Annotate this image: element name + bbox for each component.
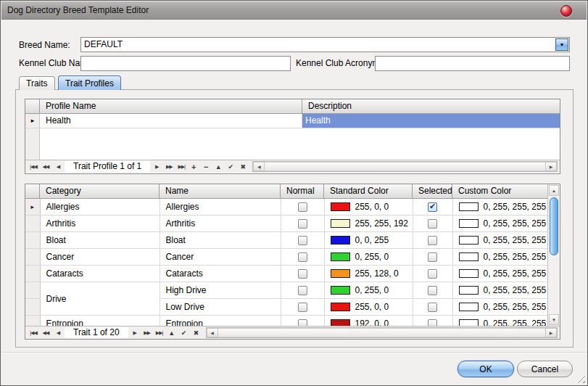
normal-checkbox[interactable] (298, 252, 307, 262)
kennel-club-name-input[interactable] (80, 56, 291, 71)
ok-button[interactable]: OK (457, 361, 514, 377)
cell-normal[interactable] (281, 282, 324, 299)
cancel-button[interactable]: Cancel (517, 361, 573, 377)
cell-standard-color[interactable]: 0, 255, 0 (324, 282, 413, 299)
cell-custom-color[interactable]: 0, 255, 255, 255 (452, 299, 549, 316)
cell-category[interactable]: Entropion (40, 316, 160, 327)
cell-name[interactable]: Low Drive (160, 299, 281, 316)
selected-checkbox[interactable] (428, 202, 437, 212)
cell-selected[interactable] (413, 299, 452, 316)
resize-grip-icon[interactable] (576, 374, 585, 383)
nav-prev-icon-0[interactable]: |◀◀ (28, 328, 39, 338)
color-swatch[interactable] (331, 236, 350, 245)
cell-name[interactable]: Cataracts (160, 266, 281, 282)
cell-category[interactable]: Cataracts (40, 266, 160, 282)
scrollbar-thumb[interactable] (265, 162, 545, 171)
normal-checkbox[interactable] (298, 269, 307, 279)
color-swatch[interactable] (459, 202, 479, 211)
cell-selected[interactable] (413, 282, 452, 299)
cell-category[interactable]: Cancer (40, 249, 160, 266)
color-swatch[interactable] (459, 219, 479, 228)
cell-standard-color[interactable]: 255, 255, 192 (324, 215, 413, 232)
color-swatch[interactable] (331, 286, 350, 295)
cell-standard-color[interactable]: 192, 0, 0 (324, 316, 413, 327)
cell-normal[interactable] (281, 249, 324, 266)
cell-name[interactable]: Entropion (160, 316, 281, 327)
selected-checkbox[interactable] (428, 252, 437, 262)
normal-checkbox[interactable] (298, 219, 307, 229)
nav-edit-icon-3[interactable]: ✔ (225, 162, 236, 172)
scroll-right-icon[interactable]: ▶ (545, 162, 557, 171)
nav-edit-icon-0[interactable]: + (188, 162, 199, 172)
color-swatch[interactable] (459, 236, 479, 245)
nav-edit-icon-2[interactable]: ▲ (212, 162, 224, 172)
cell-profile-name[interactable]: Health (40, 114, 302, 128)
table-row[interactable]: EntropionEntropion192, 0, 00, 255, 255, … (25, 316, 549, 327)
selected-checkbox[interactable] (428, 219, 437, 229)
kennel-club-acronym-input[interactable] (375, 56, 570, 71)
table-row[interactable]: CancerCancer0, 255, 00, 255, 255, 255 (25, 249, 549, 266)
cell-custom-color[interactable]: 0, 255, 255, 255 (452, 215, 549, 232)
table-row[interactable]: ArthritisArthritis255, 255, 1920, 255, 2… (25, 215, 549, 232)
scrollbar-thumb[interactable] (550, 197, 558, 255)
nav-prev-icon-2[interactable]: ◀ (52, 162, 64, 172)
scroll-left-icon[interactable]: ◀ (253, 162, 265, 171)
cell-normal[interactable] (281, 299, 324, 316)
cell-name[interactable]: Bloat (160, 232, 281, 249)
color-swatch[interactable] (331, 219, 350, 228)
column-header-description[interactable]: Description (302, 99, 560, 113)
close-icon[interactable] (560, 5, 572, 17)
cell-custom-color[interactable]: 0, 255, 255, 255 (452, 232, 549, 249)
selected-checkbox[interactable] (428, 269, 437, 279)
column-header-category[interactable]: Category (40, 184, 160, 198)
selected-checkbox[interactable] (428, 236, 437, 245)
selected-checkbox[interactable] (428, 286, 437, 295)
cell-category[interactable]: Drive (40, 282, 160, 316)
nav-prev-icon-1[interactable]: ◀◀ (40, 162, 51, 172)
cell-normal[interactable] (281, 316, 324, 327)
scroll-down-icon[interactable]: ▼ (549, 314, 559, 325)
cell-name[interactable]: Cancer (160, 249, 281, 266)
titlebar[interactable]: Dog Directory Breed Template Editor (1, 1, 587, 20)
cell-category[interactable]: Allergies (40, 199, 160, 215)
cell-standard-color[interactable]: 0, 255, 0 (324, 249, 413, 266)
nav-prev-icon-2[interactable]: ◀ (52, 328, 64, 338)
cell-name[interactable]: Arthritis (160, 215, 281, 232)
scrollbar-thumb[interactable] (218, 328, 545, 337)
cell-normal[interactable] (281, 199, 324, 215)
color-swatch[interactable] (331, 269, 350, 278)
normal-checkbox[interactable] (298, 236, 307, 245)
breed-name-combobox[interactable]: DEFAULT ▼ (80, 37, 570, 52)
cell-normal[interactable] (281, 232, 324, 249)
color-swatch[interactable] (459, 303, 479, 311)
cell-custom-color[interactable]: 0, 255, 255, 255 (452, 282, 549, 299)
cell-name[interactable]: High Drive (160, 282, 281, 299)
nav-next-icon-2[interactable]: ▶▶| (154, 328, 165, 338)
cell-selected[interactable] (413, 266, 452, 282)
cell-custom-color[interactable]: 0, 255, 255, 255 (452, 249, 549, 266)
cell-selected[interactable] (413, 215, 452, 232)
normal-checkbox[interactable] (298, 202, 307, 212)
cell-selected[interactable] (413, 316, 452, 327)
cell-selected[interactable] (413, 232, 452, 249)
nav-next-icon-0[interactable]: ▶ (129, 328, 141, 338)
cell-selected[interactable] (413, 199, 452, 215)
table-row[interactable]: BloatBloat0, 0, 2550, 255, 255, 255 (25, 232, 549, 249)
column-header-normal[interactable]: Normal (281, 184, 324, 198)
cell-standard-color[interactable]: 255, 128, 0 (324, 266, 413, 282)
chevron-down-icon[interactable]: ▼ (555, 38, 568, 51)
selected-checkbox[interactable] (428, 303, 437, 312)
nav-next-icon-0[interactable]: ▶ (151, 162, 162, 172)
nav-prev-icon-1[interactable]: ◀◀ (40, 328, 51, 338)
tab-traits[interactable]: Traits (19, 76, 55, 90)
nav-edit-icon-1[interactable]: ✔ (178, 328, 190, 338)
horizontal-scrollbar[interactable]: ◀▶ (206, 327, 558, 338)
cell-custom-color[interactable]: 0, 255, 255, 255 (452, 266, 549, 282)
nav-edit-icon-4[interactable]: ✖ (237, 162, 249, 172)
cell-standard-color[interactable]: 255, 0, 0 (324, 299, 413, 316)
color-swatch[interactable] (459, 252, 479, 261)
normal-checkbox[interactable] (298, 303, 307, 312)
horizontal-scrollbar[interactable]: ◀▶ (252, 161, 558, 172)
color-swatch[interactable] (331, 252, 350, 261)
table-row[interactable]: ▸AllergiesAllergies255, 0, 00, 255, 255,… (25, 199, 549, 215)
